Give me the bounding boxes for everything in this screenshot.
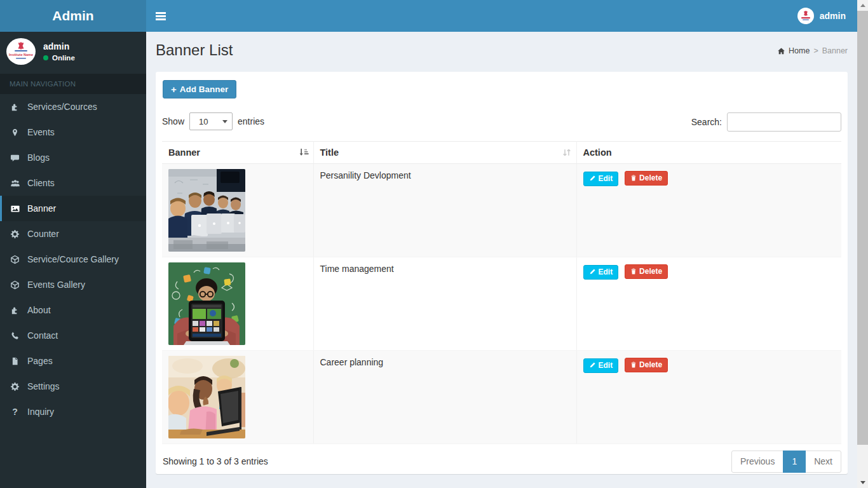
sidebar-item-label: Blogs <box>27 152 50 163</box>
svg-text:Institute Name: Institute Name <box>9 53 33 57</box>
sidebar-item-label: Clients <box>27 178 55 188</box>
sidebar-item-events[interactable]: Events <box>0 119 146 145</box>
users-icon <box>10 178 20 188</box>
sidebar-item-label: Banner <box>27 203 56 214</box>
table-row: Persanility Devlopment Edit Delete <box>162 164 841 257</box>
column-header-banner[interactable]: Banner <box>162 142 313 164</box>
action-cell: Edit Delete <box>576 351 841 444</box>
vertical-scrollbar <box>857 0 868 488</box>
sidebar-item-clients[interactable]: Clients <box>0 170 146 196</box>
sidebar-item-label: Service/Cource Gallery <box>27 254 119 264</box>
page-length-value: 10 <box>199 117 208 126</box>
sidebar-item-label: Events Gallery <box>27 280 85 290</box>
gear-icon <box>10 229 20 239</box>
banner-table: Banner Title Action <box>162 141 841 444</box>
sidebar-toggle-button[interactable] <box>146 0 175 32</box>
image-icon <box>10 203 20 214</box>
sidebar-item-label: Inquiry <box>27 407 54 417</box>
top-navbar: admin <box>146 0 857 32</box>
column-header-title[interactable]: Title <box>313 142 576 164</box>
edit-button[interactable]: Edit <box>583 172 619 186</box>
sidebar-user-panel: Institute Name admin Online <box>0 32 146 71</box>
sidebar-item-events-gallery[interactable]: Events Gallery <box>0 272 146 297</box>
institute-logo-icon <box>798 8 813 24</box>
column-header-action[interactable]: Action <box>576 142 841 164</box>
delete-button[interactable]: Delete <box>625 358 668 372</box>
file-icon <box>10 356 20 366</box>
delete-button[interactable]: Delete <box>625 264 668 279</box>
search-label: Search: <box>691 117 722 127</box>
sort-both-icon <box>562 147 572 158</box>
edit-label: Edit <box>599 268 613 276</box>
sidebar-user-avatar: Institute Name <box>6 38 36 65</box>
edit-button[interactable]: Edit <box>583 358 619 373</box>
sort-amount-asc-icon <box>299 147 309 158</box>
status-label: Online <box>52 54 75 62</box>
sidebar-section-header: MAIN NAVIGATION <box>0 74 146 94</box>
sidebar-item-service-cource-gallery[interactable]: Service/Cource Gallery <box>0 247 146 272</box>
sidebar-item-counter[interactable]: Counter <box>0 221 146 247</box>
breadcrumb-separator: > <box>813 46 818 55</box>
column-label: Title <box>320 147 339 158</box>
pagination-next[interactable]: Next <box>805 451 841 473</box>
search-control: Search: <box>691 112 841 132</box>
scrollbar-thumb[interactable] <box>857 11 868 445</box>
sidebar-menu: Services/Cources Events Blogs Clients Ba… <box>0 94 146 424</box>
table-header-row: Banner Title Action <box>162 142 841 164</box>
column-label: Banner <box>168 147 200 158</box>
delete-button[interactable]: Delete <box>625 171 668 186</box>
banner-list-box: + Add Banner Show 10 entries Search: <box>156 72 848 474</box>
puzzle-icon <box>10 305 20 315</box>
navbar-user-menu[interactable]: admin <box>792 0 851 32</box>
sidebar-item-about[interactable]: About <box>0 297 146 323</box>
sidebar-item-pages[interactable]: Pages <box>0 348 146 374</box>
pagination-previous[interactable]: Previous <box>731 451 783 473</box>
edit-label: Edit <box>599 174 613 183</box>
sidebar-item-services-cources[interactable]: Services/Cources <box>0 94 146 119</box>
scrollbar-down-button[interactable] <box>857 477 868 488</box>
banner-image-boy-tablet-green-chalkboard <box>168 262 245 345</box>
title-cell: Career planning <box>313 351 576 444</box>
sidebar-item-inquiry[interactable]: ? Inquiry <box>0 399 146 424</box>
search-input[interactable] <box>727 112 841 132</box>
institute-logo-icon: Institute Name <box>7 39 35 64</box>
brand-logo[interactable]: Admin <box>0 0 146 32</box>
banner-cell <box>162 257 313 351</box>
plus-icon: + <box>171 85 177 94</box>
sidebar-item-banner[interactable]: Banner <box>0 196 146 221</box>
online-dot-icon <box>43 55 48 60</box>
chevron-down-icon <box>222 120 227 123</box>
breadcrumb: Home > Banner <box>777 46 848 55</box>
action-cell: Edit Delete <box>576 257 841 351</box>
pencil-icon <box>589 362 596 369</box>
sidebar-item-label: About <box>27 305 51 315</box>
scroll-up-icon <box>860 4 865 7</box>
trash-icon <box>630 361 637 369</box>
breadcrumb-home[interactable]: Home <box>777 46 810 55</box>
gear-icon <box>10 381 20 391</box>
scroll-down-icon <box>860 481 865 484</box>
breadcrumb-current: Banner <box>822 46 848 55</box>
main-header: Admin admin <box>0 0 857 32</box>
datatable-controls: Show 10 entries Search: <box>162 112 841 133</box>
cube-icon <box>10 280 20 290</box>
sidebar-item-blogs[interactable]: Blogs <box>0 145 146 170</box>
scrollbar-up-button[interactable] <box>857 0 868 11</box>
sidebar-item-label: Pages <box>27 356 53 366</box>
add-banner-button[interactable]: + Add Banner <box>163 80 236 98</box>
sidebar-item-label: Services/Cources <box>27 102 97 112</box>
delete-label: Delete <box>639 173 662 182</box>
trash-icon <box>630 268 637 275</box>
edit-button[interactable]: Edit <box>583 265 619 280</box>
sidebar-item-label: Counter <box>27 229 59 239</box>
banner-image-kids-classroom-laptops <box>168 169 245 252</box>
pagination-page-1[interactable]: 1 <box>783 451 806 473</box>
pencil-icon <box>589 268 596 275</box>
sidebar-item-settings[interactable]: Settings <box>0 374 146 399</box>
add-banner-label: Add Banner <box>180 85 229 94</box>
sidebar-item-contact[interactable]: Contact <box>0 323 146 348</box>
content-wrapper: Banner List Home > Banner + Add Banner S… <box>146 32 857 488</box>
user-status[interactable]: Online <box>43 54 75 62</box>
pagination: Previous 1 Next <box>731 451 841 473</box>
page-length-select[interactable]: 10 <box>189 112 233 130</box>
